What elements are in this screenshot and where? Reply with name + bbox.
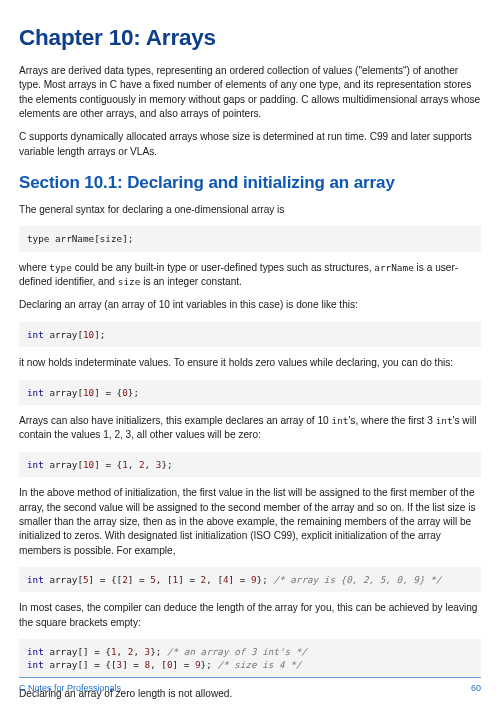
footer-page-number: 60: [471, 682, 481, 695]
inline-code: int: [436, 415, 453, 426]
inline-code: int: [332, 415, 349, 426]
inline-code: type: [49, 262, 72, 273]
body-text: Arrays can also have initializers, this …: [19, 414, 481, 443]
code-block: type arrName[size];: [19, 226, 481, 251]
body-text: In most cases, the compiler can deduce t…: [19, 601, 481, 630]
code-block: int array[10] = {0};: [19, 380, 481, 405]
code-block: int array[] = {1, 2, 3}; /* an array of …: [19, 639, 481, 678]
inline-code: arrName: [374, 262, 414, 273]
body-text: Arrays are derived data types, represent…: [19, 64, 481, 121]
footer-left: C Notes for Professionals: [19, 682, 121, 695]
section-title: Section 10.1: Declaring and initializing…: [19, 171, 481, 195]
body-text: Declaring an array (an array of 10 int v…: [19, 298, 481, 312]
body-text: where type could be any built-in type or…: [19, 261, 481, 290]
code-block: int array[10] = {1, 2, 3};: [19, 452, 481, 477]
body-text: it now holds indeterminate values. To en…: [19, 356, 481, 370]
code-block: int array[10];: [19, 322, 481, 347]
body-text: In the above method of initialization, t…: [19, 486, 481, 558]
inline-code: size: [118, 276, 141, 287]
page-footer: C Notes for Professionals 60: [19, 677, 481, 695]
body-text: C supports dynamically allocated arrays …: [19, 130, 481, 159]
code-block: int array[5] = {[2] = 5, [1] = 2, [4] = …: [19, 567, 481, 592]
body-text: The general syntax for declaring a one-d…: [19, 203, 481, 217]
chapter-title: Chapter 10: Arrays: [19, 22, 481, 54]
